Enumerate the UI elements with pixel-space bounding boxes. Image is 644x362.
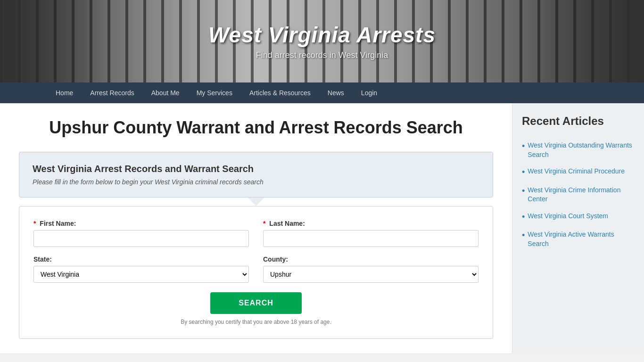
sidebar-articles-list: • West Virginia Outstanding Warrants Sea… xyxy=(522,137,635,252)
bullet-icon: • xyxy=(522,141,525,152)
county-select[interactable]: Upshur xyxy=(263,266,479,283)
content-area: Upshur County Warrant and Arrest Records… xyxy=(0,103,512,353)
first-name-input[interactable] xyxy=(33,230,249,247)
bullet-icon: • xyxy=(522,186,525,197)
sidebar-article-item: • West Virginia Criminal Procedure xyxy=(522,163,635,181)
search-box-title: West Virginia Arrest Records and Warrant… xyxy=(33,164,479,174)
county-label: County: xyxy=(263,255,479,263)
search-box-header: West Virginia Arrest Records and Warrant… xyxy=(19,152,493,197)
last-name-label: * Last Name: xyxy=(263,220,479,227)
site-subtitle: Find arrest records in West Virginia xyxy=(208,50,436,60)
nav-my-services[interactable]: My Services xyxy=(188,82,241,103)
nav-articles-resources[interactable]: Articles & Resources xyxy=(241,82,319,103)
main-nav: Home Arrest Records About Me My Services… xyxy=(0,82,644,103)
main-layout: Upshur County Warrant and Arrest Records… xyxy=(0,103,644,353)
name-row: * First Name: * Last Name: xyxy=(33,220,479,247)
caret-down-icon xyxy=(248,197,264,206)
nav-login[interactable]: Login xyxy=(353,82,386,103)
header-text-block: West Virginia Arrests Find arrest record… xyxy=(208,22,436,60)
state-group: State: West Virginia xyxy=(33,255,249,283)
required-star-last: * xyxy=(263,220,265,227)
first-name-group: * First Name: xyxy=(33,220,249,247)
bullet-icon: • xyxy=(522,212,525,222)
bullet-icon: • xyxy=(522,230,525,241)
nav-home[interactable]: Home xyxy=(47,82,82,103)
sidebar: Recent Articles • West Virginia Outstand… xyxy=(512,103,644,353)
bullet-icon: • xyxy=(522,167,525,178)
county-group: County: Upshur xyxy=(263,255,479,283)
nav-news[interactable]: News xyxy=(319,82,353,103)
search-box-subtitle: Please fill in the form below to begin y… xyxy=(33,178,479,186)
location-row: State: West Virginia County: Upshur xyxy=(33,255,479,283)
sidebar-article-item: • West Virginia Crime Information Center xyxy=(522,182,635,208)
sidebar-title: Recent Articles xyxy=(522,115,635,128)
site-title: West Virginia Arrests xyxy=(208,22,436,48)
form-area: * First Name: * Last Name: State: xyxy=(19,206,493,339)
required-star-first: * xyxy=(33,220,36,227)
sidebar-article-link-3[interactable]: West Virginia Crime Information Center xyxy=(528,186,635,204)
state-select[interactable]: West Virginia xyxy=(33,266,249,283)
site-header: West Virginia Arrests Find arrest record… xyxy=(0,0,644,82)
sidebar-article-link-1[interactable]: West Virginia Outstanding Warrants Searc… xyxy=(528,141,635,159)
first-name-label: * First Name: xyxy=(33,220,249,227)
page-title: Upshur County Warrant and Arrest Records… xyxy=(19,117,493,138)
search-button[interactable]: SEARCH xyxy=(210,292,302,314)
nav-arrest-records[interactable]: Arrest Records xyxy=(82,82,142,103)
sidebar-article-item: • West Virginia Outstanding Warrants Sea… xyxy=(522,137,635,163)
sidebar-article-link-5[interactable]: West Virginia Active Warrants Search xyxy=(528,230,635,248)
nav-about-me[interactable]: About Me xyxy=(143,82,188,103)
sidebar-article-link-2[interactable]: West Virginia Criminal Procedure xyxy=(528,167,625,176)
form-disclaimer: By searching you certify that you are ab… xyxy=(33,319,479,325)
last-name-input[interactable] xyxy=(263,230,479,247)
last-name-group: * Last Name: xyxy=(263,220,479,247)
sidebar-article-link-4[interactable]: West Virginia Court System xyxy=(528,212,608,221)
sidebar-article-item: • West Virginia Court System xyxy=(522,208,635,226)
state-label: State: xyxy=(33,255,249,263)
sidebar-article-item: • West Virginia Active Warrants Search xyxy=(522,226,635,252)
